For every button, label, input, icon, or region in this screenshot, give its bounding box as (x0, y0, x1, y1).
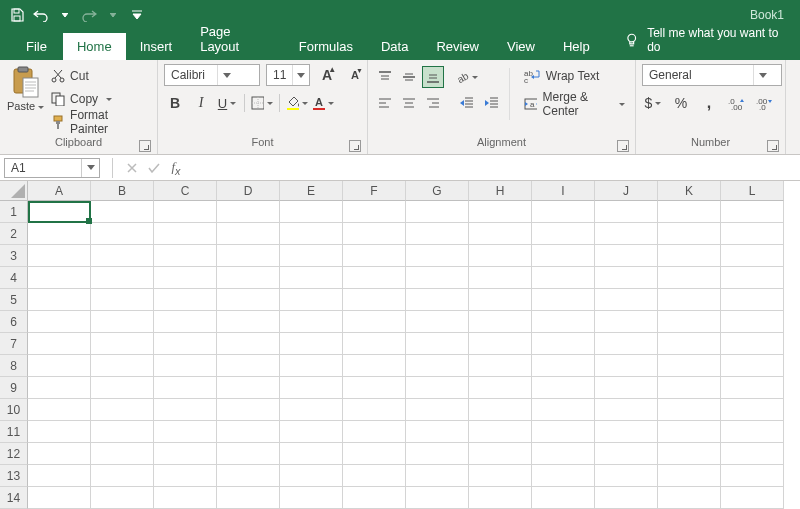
cell[interactable] (217, 487, 280, 509)
font-name-selector[interactable]: Calibri (164, 64, 260, 86)
align-center-button[interactable] (398, 92, 420, 114)
cell[interactable] (217, 377, 280, 399)
cell[interactable] (658, 355, 721, 377)
cell[interactable] (658, 245, 721, 267)
cell[interactable] (721, 289, 784, 311)
cell[interactable] (595, 223, 658, 245)
cell[interactable] (91, 465, 154, 487)
cell[interactable] (721, 399, 784, 421)
cell[interactable] (406, 487, 469, 509)
insert-function-button[interactable]: fx (165, 158, 187, 178)
tab-page-layout[interactable]: Page Layout (186, 18, 285, 60)
row-header[interactable]: 14 (0, 487, 28, 509)
cell[interactable] (721, 421, 784, 443)
cell[interactable] (280, 333, 343, 355)
cell[interactable] (28, 487, 91, 509)
cell[interactable] (658, 201, 721, 223)
row-header[interactable]: 2 (0, 223, 28, 245)
cell[interactable] (532, 289, 595, 311)
cell[interactable] (406, 201, 469, 223)
cell[interactable] (721, 311, 784, 333)
cell[interactable] (658, 289, 721, 311)
cut-button[interactable]: Cut (49, 66, 149, 86)
cell[interactable] (595, 333, 658, 355)
cell[interactable] (343, 333, 406, 355)
cell[interactable] (91, 267, 154, 289)
increase-font-button[interactable]: A▲ (316, 64, 338, 86)
cell[interactable] (469, 399, 532, 421)
cell[interactable] (406, 311, 469, 333)
cell[interactable] (280, 201, 343, 223)
cell[interactable] (154, 245, 217, 267)
cell[interactable] (343, 399, 406, 421)
increase-indent-button[interactable] (481, 92, 503, 114)
cell[interactable] (721, 465, 784, 487)
column-header[interactable]: G (406, 181, 469, 201)
cell[interactable] (469, 201, 532, 223)
cell[interactable] (532, 465, 595, 487)
cell[interactable] (28, 311, 91, 333)
cell[interactable] (28, 223, 91, 245)
column-header[interactable]: F (343, 181, 406, 201)
fill-color-button[interactable] (286, 92, 308, 114)
enter-formula-button[interactable] (143, 158, 165, 178)
cell[interactable] (343, 377, 406, 399)
cell[interactable] (217, 223, 280, 245)
cell[interactable] (343, 487, 406, 509)
redo-dropdown[interactable] (102, 4, 124, 26)
cell[interactable] (28, 399, 91, 421)
row-header[interactable]: 12 (0, 443, 28, 465)
column-header[interactable]: B (91, 181, 154, 201)
cell[interactable] (658, 421, 721, 443)
column-header[interactable]: K (658, 181, 721, 201)
row-header[interactable]: 8 (0, 355, 28, 377)
cell[interactable] (28, 421, 91, 443)
tell-me-search[interactable]: Tell me what you want to do (604, 26, 800, 60)
cell[interactable] (154, 487, 217, 509)
tab-file[interactable]: File (10, 33, 63, 60)
cell[interactable] (28, 201, 91, 223)
underline-button[interactable]: U (216, 92, 238, 114)
row-header[interactable]: 6 (0, 311, 28, 333)
cell[interactable] (406, 421, 469, 443)
cell[interactable] (154, 267, 217, 289)
cell[interactable] (406, 399, 469, 421)
cell[interactable] (217, 443, 280, 465)
row-header[interactable]: 4 (0, 267, 28, 289)
name-box[interactable]: A1 (4, 158, 100, 178)
cell[interactable] (280, 377, 343, 399)
row-header[interactable]: 7 (0, 333, 28, 355)
cell[interactable] (595, 267, 658, 289)
cell[interactable] (91, 311, 154, 333)
cell[interactable] (469, 465, 532, 487)
cell[interactable] (91, 355, 154, 377)
cell[interactable] (217, 289, 280, 311)
cell[interactable] (721, 355, 784, 377)
cell[interactable] (658, 223, 721, 245)
cell[interactable] (532, 355, 595, 377)
cell[interactable] (721, 443, 784, 465)
cell[interactable] (658, 311, 721, 333)
paste-button[interactable]: Paste (6, 64, 45, 112)
cell[interactable] (91, 487, 154, 509)
cell[interactable] (28, 289, 91, 311)
column-header[interactable]: E (280, 181, 343, 201)
column-header[interactable]: I (532, 181, 595, 201)
cell[interactable] (532, 245, 595, 267)
cell[interactable] (154, 311, 217, 333)
cell[interactable] (658, 267, 721, 289)
cell[interactable] (595, 201, 658, 223)
column-header[interactable]: L (721, 181, 784, 201)
font-color-button[interactable]: A (312, 92, 334, 114)
cell[interactable] (721, 377, 784, 399)
cell[interactable] (406, 245, 469, 267)
comma-format-button[interactable]: , (698, 92, 720, 114)
cell[interactable] (595, 465, 658, 487)
customize-qat-button[interactable] (126, 4, 148, 26)
cell[interactable] (280, 355, 343, 377)
font-size-selector[interactable]: 11 (266, 64, 310, 86)
cell[interactable] (343, 201, 406, 223)
cell[interactable] (658, 487, 721, 509)
cell[interactable] (532, 267, 595, 289)
cell[interactable] (595, 311, 658, 333)
